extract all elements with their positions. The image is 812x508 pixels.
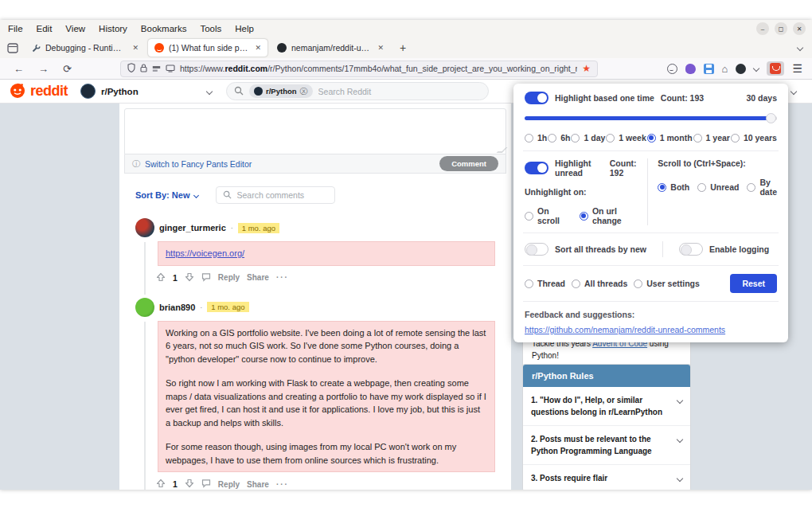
reply-bubble-icon[interactable] [201, 272, 211, 283]
minimize-button[interactable]: – [756, 22, 769, 35]
list-all-tabs-icon[interactable] [797, 45, 803, 51]
highlight-unread-toggle[interactable] [525, 162, 548, 174]
slider-knob[interactable] [766, 113, 776, 123]
new-tab-button[interactable]: + [393, 41, 412, 54]
more-options-icon[interactable]: ··· [276, 480, 289, 489]
feedback-link[interactable]: https://github.com/nemanjam/reddit-unrea… [525, 325, 777, 334]
tab-debugging[interactable]: Debugging - Runtime / D ✕ [25, 39, 145, 57]
maximize-button[interactable]: ◻ [775, 22, 787, 35]
home-icon[interactable]: ⌂ [722, 63, 728, 75]
tab-close-icon[interactable]: ✕ [132, 44, 139, 52]
community-name: r/Python [101, 87, 139, 96]
tab-close-icon[interactable]: ✕ [255, 44, 261, 52]
upvote-icon[interactable] [156, 272, 166, 283]
url-bar[interactable]: https://www.reddit.com/r/Python/comments… [120, 61, 598, 77]
reply-button[interactable]: Reply [218, 480, 240, 489]
rule-item[interactable]: 1. "How do I", Help, or similar question… [523, 387, 690, 426]
extension-github-icon[interactable] [736, 64, 746, 74]
menu-file[interactable]: File [8, 24, 23, 33]
tab-github[interactable]: nemanjam/reddit-unread ✕ [271, 39, 390, 57]
menu-bookmarks[interactable]: Bookmarks [141, 24, 187, 33]
extension-reddit-unread-icon[interactable] [767, 61, 784, 76]
logging-toggle[interactable] [679, 243, 703, 256]
fancy-pants-link[interactable]: Switch to Fancy Pants Editor [145, 159, 252, 169]
url-text[interactable]: https://www.reddit.com/r/Python/comments… [180, 64, 577, 73]
app-menu-icon[interactable]: ☰ [792, 62, 802, 75]
rule-item[interactable]: 3. Posts require flair [523, 465, 690, 490]
permission-icon[interactable] [152, 61, 161, 76]
menu-tools[interactable]: Tools [200, 24, 221, 33]
search-comments-box[interactable] [216, 186, 335, 204]
comment-submit-button[interactable]: Comment [439, 156, 498, 171]
community-selector[interactable]: r/Python [80, 84, 212, 99]
reddit-wordmark[interactable]: reddit [30, 83, 68, 100]
close-button[interactable]: ✕ [793, 22, 806, 35]
search-input[interactable] [318, 87, 481, 96]
reply-bubble-icon[interactable] [201, 479, 211, 490]
more-options-icon[interactable]: ··· [276, 273, 289, 282]
radio-both[interactable]: Both [658, 182, 689, 192]
comment-author[interactable]: ginger_turmeric [159, 223, 226, 233]
comment-paragraph: Working on a GIS portfolio website. I've… [166, 326, 487, 366]
extensions-chevron-icon[interactable] [753, 65, 759, 72]
menu-history[interactable]: History [99, 24, 127, 33]
menu-help[interactable]: Help [235, 24, 254, 33]
radio-by-date[interactable]: By date [747, 178, 777, 197]
radio-all-threads[interactable]: All threads [572, 279, 627, 288]
back-icon[interactable]: ← [6, 63, 31, 75]
menu-view[interactable]: View [65, 24, 85, 33]
tab-reddit-active[interactable]: (1) What fun side projec ✕ [148, 39, 267, 57]
chevron-down-icon[interactable] [677, 475, 683, 482]
extension-save-icon[interactable] [704, 64, 714, 74]
upvote-icon[interactable] [156, 479, 166, 490]
radio-1-day[interactable]: 1 day [571, 133, 605, 143]
radio-on-scroll[interactable]: On scroll [525, 206, 568, 225]
reddit-search-bar[interactable]: r/Python ⓧ [226, 82, 489, 100]
sort-by-dropdown[interactable]: Sort By: New [135, 190, 198, 200]
chip-close-icon[interactable]: ⓧ [300, 86, 308, 97]
chevron-down-icon[interactable] [677, 436, 683, 443]
reddit-logo-icon[interactable] [8, 80, 27, 103]
chevron-down-icon[interactable] [677, 397, 683, 404]
share-button[interactable]: Share [247, 480, 269, 489]
menu-edit[interactable]: Edit [37, 24, 53, 33]
comment-timestamp[interactable]: 1 mo. ago [238, 223, 279, 233]
search-comments-input[interactable] [236, 190, 328, 200]
share-button[interactable]: Share [247, 273, 269, 282]
radio-user-settings[interactable]: User settings [634, 279, 700, 288]
comment-textarea[interactable] [124, 108, 506, 154]
reset-button[interactable]: Reset [730, 274, 777, 293]
firefox-view-icon[interactable] [5, 41, 21, 55]
radio-6h[interactable]: 6h [548, 133, 570, 143]
bookmark-star-icon[interactable]: ★ [582, 63, 591, 74]
search-community-chip[interactable]: r/Python ⓧ [249, 84, 313, 98]
sort-threads-toggle[interactable] [525, 243, 548, 256]
rule-item[interactable]: 2. Posts must be relevant to the Python … [523, 426, 690, 465]
shield-icon[interactable] [127, 61, 135, 76]
radio-1h[interactable]: 1h [525, 133, 547, 143]
days-slider[interactable] [525, 112, 777, 123]
radio-unread[interactable]: Unread [697, 182, 739, 192]
radio-1-year[interactable]: 1 year [693, 133, 730, 143]
account-icon[interactable] [667, 64, 677, 74]
screenshare-blocked-icon[interactable] [166, 61, 175, 76]
reply-button[interactable]: Reply [218, 273, 240, 282]
highlight-time-toggle[interactable] [525, 92, 548, 104]
avatar[interactable] [135, 298, 154, 317]
downvote-icon[interactable] [185, 479, 194, 490]
radio-1-week[interactable]: 1 week [606, 133, 646, 143]
refresh-icon[interactable]: ⟳ [56, 63, 79, 75]
radio-thread[interactable]: Thread [525, 279, 565, 288]
avatar[interactable] [135, 218, 154, 237]
comment-timestamp[interactable]: 1 mo. ago [207, 302, 248, 312]
radio-1-month[interactable]: 1 month [647, 133, 693, 143]
radio-10-years[interactable]: 10 years [731, 133, 777, 143]
radio-on-url-change[interactable]: On url change [580, 206, 641, 225]
extension-purple-icon[interactable] [685, 64, 696, 74]
lock-icon[interactable] [140, 61, 147, 76]
tab-close-icon[interactable]: ✕ [377, 44, 384, 52]
comment-link[interactable]: https://voicegen.org/ [166, 248, 244, 258]
comment-author[interactable]: brian890 [159, 303, 195, 312]
forward-icon[interactable]: → [31, 63, 56, 75]
downvote-icon[interactable] [185, 272, 194, 283]
